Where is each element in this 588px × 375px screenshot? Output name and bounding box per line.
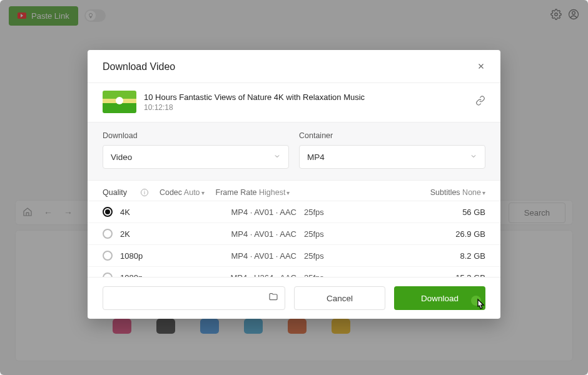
container-select[interactable]: MP4 [299, 145, 485, 169]
quality-list: 4KMP4 · AV01 · AAC25fps56 GB2KMP4 · AV01… [88, 201, 500, 277]
subtitles-filter[interactable]: Subtitles None▾ [430, 188, 485, 197]
modal-footer: Cancel Download [88, 277, 500, 319]
codec-filter[interactable]: Codec Auto▾ [160, 188, 205, 197]
quality-size: 26.9 GB [380, 229, 485, 239]
cancel-button[interactable]: Cancel [294, 286, 385, 310]
chevron-down-icon: ▾ [286, 189, 290, 196]
quality-fps: 25fps [304, 251, 373, 261]
quality-filter-label: Quality [103, 188, 127, 197]
video-info-row: 10 Hours Fantastic Views of Nature 4K wi… [88, 83, 500, 122]
quality-fps: 25fps [304, 208, 373, 217]
modal-title: Download Video [103, 61, 477, 72]
link-icon[interactable] [475, 96, 485, 108]
save-path-field[interactable] [103, 286, 285, 310]
filters-row: Quality i Codec Auto▾ Frame Rate Highest… [88, 181, 500, 201]
chevron-down-icon [273, 152, 281, 162]
quality-row[interactable]: 2KMP4 · AV01 · AAC25fps26.9 GB [88, 222, 500, 244]
radio-icon [103, 251, 113, 261]
chevron-down-icon: ▾ [201, 189, 205, 196]
quality-fps: 25fps [304, 229, 373, 239]
video-duration: 10:12:18 [144, 103, 468, 112]
radio-icon [103, 272, 113, 277]
video-thumbnail [103, 91, 136, 113]
modal-header: Download Video [88, 50, 500, 83]
download-modal: Download Video 10 Hours Fantastic Views … [88, 50, 500, 319]
quality-size: 56 GB [380, 208, 485, 217]
quality-format: MP4 · AV01 · AAC [190, 229, 297, 239]
download-button[interactable]: Download [394, 286, 485, 310]
container-label: Container [299, 131, 485, 140]
download-type-select[interactable]: Video [103, 145, 289, 169]
quality-size: 8.2 GB [380, 251, 485, 261]
radio-icon [103, 229, 113, 239]
chevron-down-icon [470, 152, 477, 162]
quality-row[interactable]: 1080pMP4 · AV01 · AAC25fps8.2 GB [88, 244, 500, 266]
selectors-row: Download Video Container MP4 [88, 122, 500, 181]
framerate-filter[interactable]: Frame Rate Highest▾ [216, 188, 290, 197]
chevron-down-icon: ▾ [482, 189, 485, 196]
download-type-label: Download [103, 131, 289, 140]
quality-row[interactable]: 1080pMP4 · H264 · AAC25fps15.3 GB [88, 266, 500, 277]
radio-icon [103, 207, 113, 217]
quality-row[interactable]: 4KMP4 · AV01 · AAC25fps56 GB [88, 201, 500, 222]
quality-label: 2K [120, 229, 183, 239]
video-title: 10 Hours Fantastic Views of Nature 4K wi… [144, 92, 468, 102]
close-icon[interactable] [477, 62, 485, 72]
quality-format: MP4 · AV01 · AAC [190, 251, 297, 261]
quality-label: 4K [120, 208, 183, 217]
folder-icon [268, 292, 278, 304]
quality-label: 1080p [120, 251, 183, 261]
info-icon[interactable]: i [141, 189, 148, 196]
quality-format: MP4 · AV01 · AAC [190, 208, 297, 217]
